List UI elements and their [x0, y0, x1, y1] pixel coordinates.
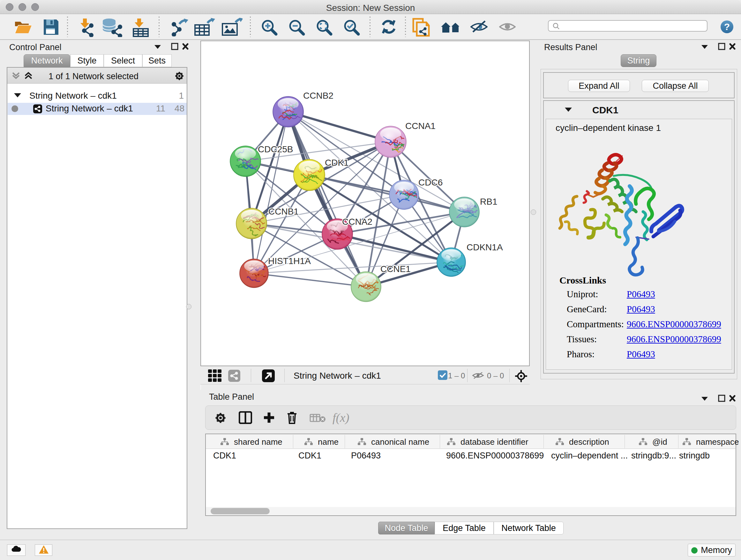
svg-text:RB1: RB1 [480, 197, 497, 206]
svg-text:CCNB1: CCNB1 [268, 206, 299, 216]
svg-text:CDC6: CDC6 [418, 178, 443, 187]
svg-text:CCNA2: CCNA2 [342, 217, 373, 227]
svg-text:CCNE1: CCNE1 [381, 264, 411, 274]
svg-text:CCNA1: CCNA1 [405, 121, 435, 131]
svg-text:CDK1: CDK1 [325, 158, 349, 168]
svg-text:CDC25B: CDC25B [258, 144, 293, 154]
svg-text:HIST1H1A: HIST1H1A [268, 256, 311, 266]
svg-text:CCNB2: CCNB2 [303, 91, 333, 101]
svg-text:CDKN1A: CDKN1A [467, 242, 503, 252]
